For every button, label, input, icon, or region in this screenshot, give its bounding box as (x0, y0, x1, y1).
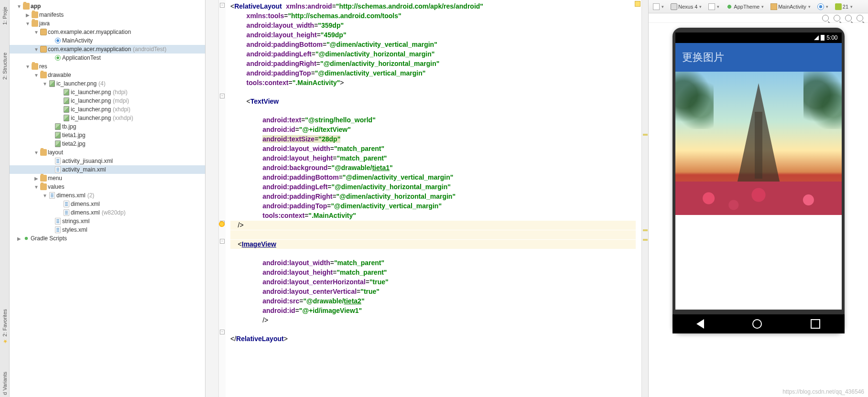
photo-flowers (675, 182, 842, 215)
tree-node-tieta2[interactable]: tieta2.jpg (10, 139, 205, 148)
zoom-in-icon[interactable] (822, 15, 829, 21)
app-title: 更换图片 (682, 50, 724, 64)
nav-recent-icon[interactable] (811, 319, 820, 329)
nav-home-icon[interactable] (752, 319, 762, 329)
code-content[interactable]: <RelativeLayout xmlns:android="http://sc… (227, 0, 640, 397)
tree-node-iclauncher-xhdpi[interactable]: ic_launcher.png(xhdpi) (10, 105, 205, 114)
tree-node-values[interactable]: values (10, 182, 205, 191)
tree-node-iclauncher-hdpi[interactable]: ic_launcher.png(hdpi) (10, 88, 205, 97)
tree-node-java[interactable]: java (10, 19, 205, 28)
activity-dropdown[interactable]: MainActivity (769, 2, 812, 11)
tree-node-package-main[interactable]: com.example.acer.myapplication (10, 28, 205, 36)
tree-node-tieta1[interactable]: tieta1.jpg (10, 131, 205, 139)
project-tree-panel: app manifests java com.example.acer.myap… (10, 0, 206, 397)
preview-zoom-bar (649, 13, 868, 23)
code-editor[interactable]: − − − − − <RelativeLayout xmlns:android=… (206, 0, 648, 397)
preview-toolbar: Nexus 4 AppTheme MainActivity 21 (649, 0, 868, 13)
preview-image (675, 72, 842, 215)
watermark-text: https://blog.csdn.net/qq_436546 (782, 388, 864, 395)
theme-dropdown[interactable]: AppTheme (725, 2, 765, 11)
app-bar: 更换图片 (675, 43, 842, 72)
tree-node-mainactivity[interactable]: MainActivity (10, 36, 205, 45)
tree-node-dimens-group[interactable]: dimens.xml(2) (10, 191, 205, 200)
palette-dropdown[interactable] (651, 2, 665, 11)
tree-node-app[interactable]: app (10, 2, 205, 11)
tree-node-strings[interactable]: strings.xml (10, 217, 205, 225)
side-tab-variants[interactable]: d Variants (2, 370, 8, 397)
error-stripe[interactable] (641, 0, 648, 397)
tree-node-tb[interactable]: tb.jpg (10, 122, 205, 131)
app-content (675, 72, 842, 310)
status-time: 5:00 (826, 34, 837, 41)
editor-fold-strip: − − − − − (219, 0, 226, 397)
tree-node-manifests[interactable]: manifests (10, 11, 205, 19)
photo-foliage-right (803, 72, 842, 129)
tree-node-activity-jisuanqi[interactable]: activity_jisuanqi.xml (10, 157, 205, 165)
battery-icon (821, 35, 825, 41)
device-frame: 5:00 更换图片 (673, 28, 845, 333)
photo-eiffel-tower (737, 83, 780, 183)
side-tab-project[interactable]: 1: Proje (2, 5, 8, 27)
preview-canvas[interactable]: 5:00 更换图片 https://blog.csdn.net/qq (649, 23, 868, 397)
tree-node-gradle-scripts[interactable]: Gradle Scripts (10, 234, 205, 243)
tree-node-activity-main[interactable]: activity_main.xml (10, 165, 205, 174)
api-dropdown[interactable]: 21 (834, 2, 854, 11)
nav-back-icon[interactable] (696, 319, 704, 329)
zoom-out-icon[interactable] (834, 15, 840, 21)
tree-node-dimens2[interactable]: dimens.xml(w820dp) (10, 208, 205, 217)
tree-node-dimens1[interactable]: dimens.xml (10, 200, 205, 208)
zoom-actual-icon[interactable] (857, 15, 863, 21)
fold-toggle-icon[interactable]: − (220, 239, 225, 244)
device-dropdown[interactable]: Nexus 4 (669, 2, 703, 11)
side-tab-structure[interactable]: 2: Structure (2, 51, 8, 82)
tree-node-menu[interactable]: menu (10, 174, 205, 182)
signal-icon (814, 35, 819, 40)
locale-dropdown[interactable] (816, 2, 830, 11)
device-nav-bar (673, 314, 845, 333)
side-tab-favorites[interactable]: ★ 2: Favorites (1, 307, 8, 346)
tree-node-drawable[interactable]: drawable (10, 71, 205, 79)
fold-toggle-icon[interactable]: − (220, 330, 225, 334)
tree-node-styles[interactable]: styles.xml (10, 225, 205, 234)
layout-preview-panel: Nexus 4 AppTheme MainActivity 21 5:00 更换… (648, 0, 868, 397)
tree-node-res[interactable]: res (10, 62, 205, 71)
photo-foliage-left (675, 72, 714, 129)
tree-node-applicationtest[interactable]: ApplicationTest (10, 54, 205, 62)
tree-node-iclauncher-mdpi[interactable]: ic_launcher.png(mdpi) (10, 97, 205, 105)
tree-node-iclauncher-xxhdpi[interactable]: ic_launcher.png(xxhdpi) (10, 114, 205, 122)
lightbulb-icon[interactable] (219, 221, 225, 227)
orientation-dropdown[interactable] (707, 2, 721, 11)
zoom-fit-icon[interactable] (845, 15, 852, 21)
left-tool-strip: 1: Proje 2: Structure ★ 2: Favorites d V… (0, 0, 10, 397)
fold-toggle-icon[interactable]: − (220, 94, 225, 98)
editor-gutter (206, 0, 219, 397)
fold-toggle-icon[interactable]: − (220, 3, 225, 8)
tree-node-iclauncher-group[interactable]: ic_launcher.png(4) (10, 79, 205, 88)
status-bar: 5:00 (675, 32, 842, 43)
tree-node-package-test[interactable]: com.example.acer.myapplication(androidTe… (10, 45, 205, 54)
device-screen: 5:00 更换图片 (675, 32, 842, 310)
tree-node-layout[interactable]: layout (10, 148, 205, 157)
